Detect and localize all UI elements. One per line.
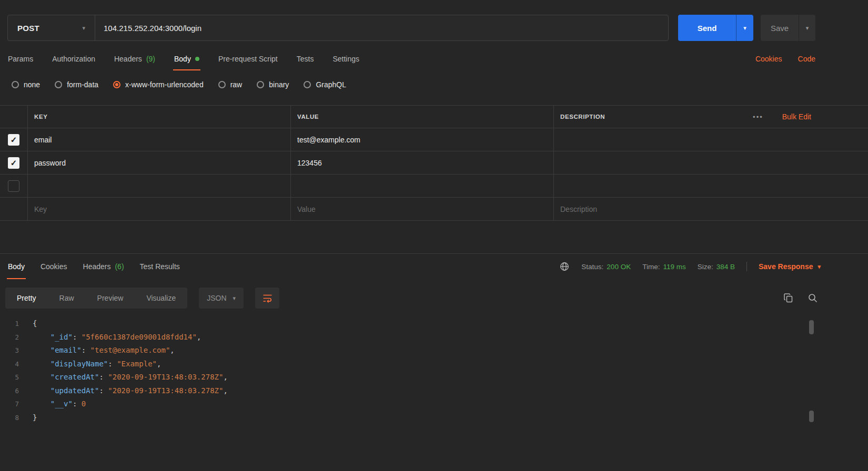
body-mode-label: form-data [67, 80, 98, 89]
time-value: 119 ms [663, 263, 685, 271]
code-text: } [33, 411, 37, 425]
view-tab-visualize[interactable]: Visualize [135, 288, 187, 309]
wrap-text-button[interactable] [255, 288, 279, 309]
response-section: BodyCookiesHeaders(6)Test Results Status… [0, 253, 868, 424]
line-number: 8 [0, 411, 33, 425]
method-select[interactable]: POST ▾ [8, 15, 95, 40]
code-text: "__v": 0 [33, 397, 86, 411]
view-tab-pretty[interactable]: Pretty [5, 288, 48, 309]
copy-icon[interactable] [783, 293, 794, 303]
body-mode-binary[interactable]: binary [257, 80, 289, 89]
response-body-viewer: 1{2 "_id": "5f660c1387de09001d8fdd14",3 … [0, 317, 868, 424]
value-cell[interactable] [290, 175, 553, 197]
line-number: 3 [0, 344, 33, 357]
key-cell-placeholder[interactable]: Key [27, 198, 290, 220]
description-cell[interactable] [553, 151, 868, 174]
status-value: 200 OK [607, 263, 631, 271]
description-cell[interactable] [553, 128, 868, 151]
token-punct: , [223, 373, 227, 381]
response-tab-body[interactable]: Body [8, 254, 25, 279]
request-tab-settings[interactable]: Settings [332, 47, 359, 70]
request-tab-tests[interactable]: Tests [297, 47, 314, 70]
request-tab-body[interactable]: Body [174, 47, 199, 70]
tab-label: Headers [83, 262, 111, 271]
size-value: 384 B [716, 263, 735, 271]
body-mode-none[interactable]: none [12, 80, 40, 89]
token-punct: { [33, 319, 37, 327]
response-toolbar-right [783, 293, 818, 303]
table-header-row: KEY VALUE DESCRIPTION ••• Bulk Edit [0, 106, 868, 128]
save-button-group: Save ▾ [761, 15, 815, 41]
row-checkbox-cell [0, 198, 27, 220]
tab-label: Pre-request Script [218, 55, 278, 63]
value-cell-placeholder[interactable]: Value [290, 198, 553, 220]
code-line: 7 "__v": 0 [0, 397, 868, 411]
body-mode-label: raw [230, 80, 243, 89]
body-mode-form-data[interactable]: form-data [55, 80, 98, 89]
scrollbar-thumb[interactable] [809, 411, 814, 422]
token-str: "2020-09-19T13:48:03.278Z" [108, 386, 223, 395]
description-cell[interactable] [553, 175, 868, 197]
code-lines: 1{2 "_id": "5f660c1387de09001d8fdd14",3 … [0, 317, 868, 424]
cookies-link[interactable]: Cookies [755, 55, 782, 63]
value-cell[interactable]: 123456 [290, 151, 553, 174]
table-row [0, 175, 868, 198]
response-tab-headers[interactable]: Headers(6) [83, 254, 124, 279]
response-tab-test-results[interactable]: Test Results [140, 254, 180, 279]
send-dropdown-button[interactable]: ▾ [736, 15, 753, 41]
request-tab-params[interactable]: Params [8, 47, 33, 70]
row-checkbox[interactable] [8, 180, 19, 192]
key-cell[interactable] [27, 175, 290, 197]
tab-label: Headers [114, 55, 142, 63]
language-label: JSON [207, 294, 226, 302]
body-mode-x-www-form-urlencoded[interactable]: x-www-form-urlencoded [113, 80, 204, 89]
token-punct: : [82, 346, 90, 354]
request-tab-pre-request-script[interactable]: Pre-request Script [218, 47, 278, 70]
body-mode-label: x-www-form-urlencoded [125, 80, 204, 89]
search-icon[interactable] [808, 293, 818, 303]
kv-rows: ✓emailtest@example.com✓password123456Key… [0, 128, 868, 221]
token-punct: } [33, 413, 37, 422]
method-url-container: POST ▾ [7, 15, 669, 41]
language-select[interactable]: JSON ▾ [199, 288, 244, 309]
tab-label: Body [8, 262, 25, 271]
row-checkbox[interactable]: ✓ [8, 134, 19, 146]
response-tabs-row: BodyCookiesHeaders(6)Test Results Status… [0, 254, 868, 279]
globe-icon[interactable] [559, 261, 570, 272]
request-tab-headers[interactable]: Headers(9) [114, 47, 155, 70]
more-options-icon[interactable]: ••• [753, 113, 763, 121]
url-input[interactable] [95, 15, 668, 40]
request-tab-authorization[interactable]: Authorization [52, 47, 95, 70]
response-tabs: BodyCookiesHeaders(6)Test Results [8, 254, 180, 279]
view-tab-preview[interactable]: Preview [86, 288, 135, 309]
column-header-key: KEY [27, 106, 290, 128]
code-text: "_id": "5f660c1387de09001d8fdd14", [33, 331, 201, 344]
code-line: 3 "email": "test@example.com", [0, 344, 868, 357]
token-punct: , [197, 333, 201, 341]
radio-icon [257, 81, 264, 88]
bulk-edit-link[interactable]: Bulk Edit [782, 112, 811, 121]
row-checkbox[interactable]: ✓ [8, 157, 19, 169]
save-response-button[interactable]: Save Response ▾ [759, 262, 821, 271]
code-text: "email": "test@example.com", [33, 344, 175, 357]
line-number: 1 [0, 317, 33, 331]
token-ws [33, 373, 51, 381]
token-key: "email" [51, 346, 82, 354]
view-tab-raw[interactable]: Raw [48, 288, 86, 309]
send-button[interactable]: Send [678, 15, 736, 41]
body-mode-raw[interactable]: raw [218, 80, 243, 89]
code-link[interactable]: Code [798, 55, 815, 63]
response-tab-cookies[interactable]: Cookies [41, 254, 67, 279]
body-mode-label: GraphQL [316, 80, 346, 89]
key-cell[interactable]: password [27, 151, 290, 174]
value-cell[interactable]: test@example.com [290, 128, 553, 151]
save-dropdown-button[interactable]: ▾ [799, 15, 815, 41]
table-row-placeholder: KeyValueDescription [0, 198, 868, 221]
description-cell-placeholder[interactable]: Description [553, 198, 868, 220]
response-toolbar: PrettyRawPreviewVisualize JSON ▾ [0, 288, 868, 309]
body-mode-graphql[interactable]: GraphQL [304, 80, 346, 89]
save-button[interactable]: Save [761, 15, 799, 41]
key-cell[interactable]: email [27, 128, 290, 151]
row-checkbox-cell: ✓ [0, 151, 27, 174]
scrollbar-thumb[interactable] [809, 320, 814, 334]
